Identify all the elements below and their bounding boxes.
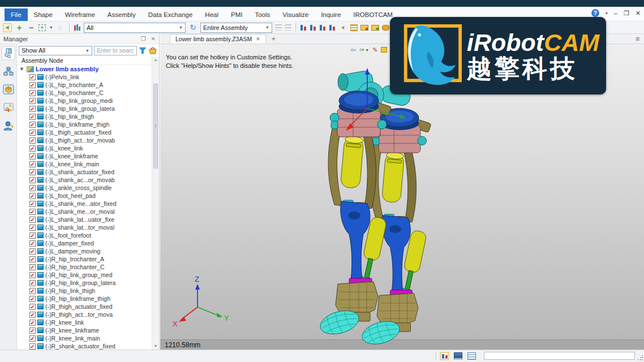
menu-item[interactable]: Heal bbox=[199, 8, 225, 21]
tree-node-row[interactable]: (-)L_damper_fixed bbox=[17, 239, 152, 247]
regen-icon[interactable]: ↻ bbox=[188, 23, 198, 32]
tree-node-row[interactable]: (-)R_thigh_act...tor_mova bbox=[17, 311, 152, 318]
checked-checkbox-icon[interactable] bbox=[29, 217, 36, 223]
tree-node-row[interactable]: (-)L_hip_link_thigh bbox=[17, 113, 152, 120]
menu-item[interactable]: Shape bbox=[28, 8, 59, 21]
edit-pencil-icon[interactable]: ✎ bbox=[372, 46, 377, 54]
checked-checkbox-icon[interactable] bbox=[29, 137, 36, 144]
help-icon[interactable]: ? bbox=[591, 9, 599, 17]
tree-node-row[interactable]: (-)L_thigh_actuator_fixed bbox=[17, 128, 152, 136]
checked-checkbox-icon[interactable] bbox=[29, 201, 36, 207]
tab-close-icon[interactable]: ✕ bbox=[256, 36, 260, 42]
checked-checkbox-icon[interactable] bbox=[29, 264, 36, 270]
tree-node-row[interactable]: (-)L_shank_me...ator_fixed bbox=[17, 200, 152, 208]
window-select-button[interactable]: + bbox=[38, 24, 46, 31]
checked-checkbox-icon[interactable] bbox=[29, 98, 36, 104]
checked-checkbox-icon[interactable] bbox=[29, 106, 36, 112]
close-button[interactable]: ✕ bbox=[636, 10, 641, 16]
align-horizontal-icon[interactable] bbox=[275, 24, 282, 31]
checked-checkbox-icon[interactable] bbox=[29, 304, 36, 310]
tree-node-row[interactable]: (-)R_thigh_actuator_fixed bbox=[17, 303, 152, 311]
comment-icon[interactable] bbox=[382, 25, 389, 31]
menu-item[interactable]: Visualize bbox=[276, 8, 315, 21]
checked-checkbox-icon[interactable] bbox=[29, 327, 36, 334]
tree-node-row[interactable]: (-)L_knee_link_main bbox=[17, 160, 152, 168]
tree-node-row[interactable]: (-)R_shank_actuator_fixed bbox=[17, 342, 152, 350]
dock-panel-icon[interactable]: ❐ bbox=[141, 36, 146, 42]
close-panel-icon[interactable]: ✕ bbox=[151, 36, 156, 42]
checked-checkbox-icon[interactable] bbox=[29, 296, 36, 302]
checked-checkbox-icon[interactable] bbox=[29, 90, 36, 96]
render-manager-tab[interactable] bbox=[2, 101, 15, 114]
tree-node-row[interactable]: (-)R_knee_linkframe bbox=[17, 326, 152, 334]
checked-checkbox-icon[interactable] bbox=[29, 256, 36, 262]
tree-node-row[interactable]: (-)L_shank_me...or_moval bbox=[17, 208, 152, 216]
tree-node-row[interactable]: (-)L_shank_ac...or_movab bbox=[17, 176, 152, 184]
tree-node-row[interactable]: (-)L_knee_linkframe bbox=[17, 152, 152, 160]
checked-checkbox-icon[interactable] bbox=[29, 248, 36, 255]
search-input[interactable] bbox=[94, 46, 137, 55]
tree-node-row[interactable]: (-)L_foot_forefoot bbox=[17, 231, 152, 239]
user-manager-tab[interactable] bbox=[2, 119, 15, 132]
tree-node-row[interactable]: (-)R_hip_trochanter_A bbox=[17, 255, 152, 263]
checked-checkbox-icon[interactable] bbox=[29, 225, 36, 231]
scroll-down-icon[interactable]: ▼ bbox=[152, 344, 159, 348]
tree-node-row[interactable]: (-)L_ankle_cross_spindle bbox=[17, 184, 152, 192]
remove-entity-button[interactable]: − bbox=[27, 23, 36, 32]
tree-filter-dropdown[interactable]: Show All▼ bbox=[19, 46, 92, 55]
checked-checkbox-icon[interactable] bbox=[29, 177, 36, 183]
checked-checkbox-icon[interactable] bbox=[29, 82, 36, 88]
checked-checkbox-icon[interactable] bbox=[29, 312, 36, 318]
solid-box-icon[interactable] bbox=[381, 47, 387, 53]
tree-node-row[interactable]: (-)L_thigh_act...tor_movab bbox=[17, 136, 152, 144]
checked-checkbox-icon[interactable] bbox=[29, 130, 36, 136]
lasso-select-button[interactable]: ◌ bbox=[56, 23, 65, 32]
menu-item[interactable]: Assembly bbox=[101, 8, 142, 21]
display-icon[interactable] bbox=[454, 352, 462, 360]
manager-toggle-icon[interactable] bbox=[440, 352, 449, 360]
basket-icon[interactable] bbox=[148, 47, 157, 54]
document-tab[interactable]: Lower limb assembly.Z3ASM ✕ bbox=[170, 34, 266, 44]
tree-node-row[interactable]: (-)L_shank_lat...uator_fixe bbox=[17, 216, 152, 223]
checked-checkbox-icon[interactable] bbox=[29, 185, 36, 191]
tree-node-row[interactable]: (-)L_damper_moving bbox=[17, 247, 152, 255]
align-vertical-icon[interactable] bbox=[285, 24, 291, 31]
select-tool-button[interactable]: ➤ bbox=[3, 23, 12, 32]
constraint-icon-2[interactable] bbox=[310, 24, 316, 31]
menu-item[interactable]: Tools bbox=[248, 8, 276, 21]
checked-checkbox-icon[interactable] bbox=[29, 193, 36, 199]
tree-node-row[interactable]: (-)R_hip_link_group_latera bbox=[17, 279, 152, 287]
assembly-manager-tab[interactable] bbox=[2, 46, 15, 60]
filter-funnel-icon[interactable] bbox=[139, 47, 147, 54]
checked-checkbox-icon[interactable] bbox=[29, 74, 36, 80]
checked-checkbox-icon[interactable] bbox=[29, 320, 36, 326]
checked-checkbox-icon[interactable] bbox=[29, 153, 36, 160]
checked-checkbox-icon[interactable] bbox=[29, 232, 36, 239]
tree-node-row[interactable]: (-)L_hip_trochanter_A bbox=[17, 81, 152, 89]
checked-checkbox-icon[interactable] bbox=[29, 161, 36, 167]
tree-node-row[interactable]: (-)L_hip_link_group_medi bbox=[17, 97, 152, 105]
checked-checkbox-icon[interactable] bbox=[29, 272, 36, 278]
chevron-expand-icon[interactable]: ▼ bbox=[19, 66, 25, 72]
tree-node-row[interactable]: (-)L_knee_link bbox=[17, 144, 152, 152]
checked-checkbox-icon[interactable] bbox=[29, 288, 36, 294]
menu-item[interactable]: Inquire bbox=[315, 8, 347, 21]
minimize-button[interactable]: – bbox=[614, 10, 617, 16]
checked-checkbox-icon[interactable] bbox=[29, 169, 36, 175]
filter-bars-icon[interactable] bbox=[74, 24, 81, 31]
output-list-icon[interactable] bbox=[467, 352, 476, 360]
tree-node-row[interactable]: (-)R_hip_linkframe_thigh bbox=[17, 295, 152, 303]
checked-checkbox-icon[interactable] bbox=[29, 145, 36, 152]
chevron-down-icon[interactable]: ▼ bbox=[49, 25, 53, 29]
checked-checkbox-icon[interactable] bbox=[29, 240, 36, 247]
tree-node-row[interactable]: (-)L_hip_trochanter_C bbox=[17, 89, 152, 97]
tree-node-row[interactable]: (-)L_shank_actuator_fixed bbox=[17, 168, 152, 176]
constraint-icon-3[interactable] bbox=[319, 24, 326, 31]
tree-node-row[interactable]: (-)R_knee_link_main bbox=[17, 334, 152, 342]
constraint-icon-1[interactable] bbox=[300, 24, 307, 31]
checked-checkbox-icon[interactable] bbox=[29, 122, 36, 128]
tree-root-row[interactable]: ▼ Lower limb assembly bbox=[17, 65, 152, 73]
tree-node-row[interactable]: (-)R_hip_trochanter_C bbox=[17, 263, 152, 271]
visual-manager-tab[interactable] bbox=[2, 83, 15, 96]
checked-checkbox-icon[interactable] bbox=[29, 335, 36, 342]
